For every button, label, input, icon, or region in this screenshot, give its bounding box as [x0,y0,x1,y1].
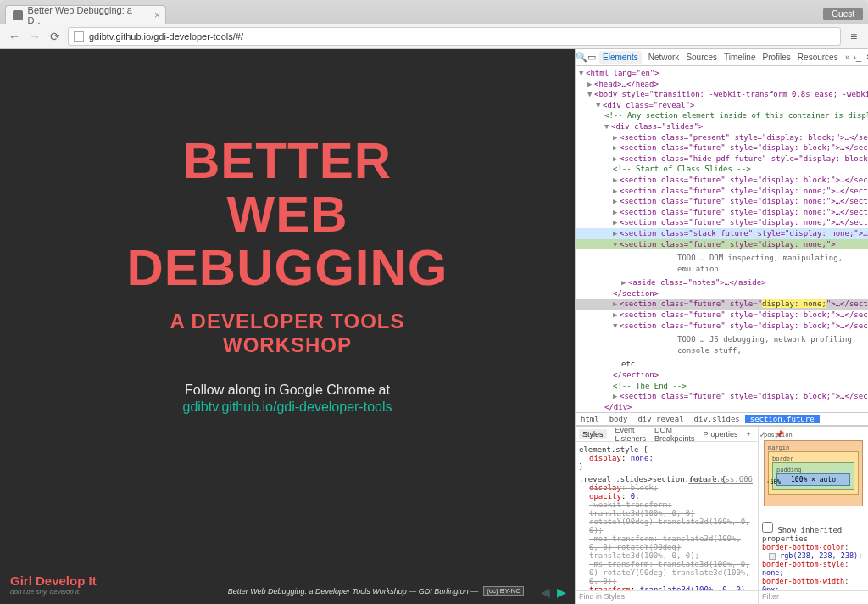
toolbar: ← → ⟳ gdibtv.github.io/gdi-developer-too… [0,24,868,49]
favicon-icon [13,10,23,20]
selected-element[interactable]: ▶<section class="future" style="display:… [576,299,868,310]
show-inherited-checkbox[interactable] [762,522,773,533]
gdi-logo: Girl Develop It don't be shy. develop it… [10,573,97,596]
tab-styles[interactable]: Styles [579,429,607,439]
tab-timeline[interactable]: Timeline [724,51,755,64]
inspect-icon[interactable]: 🔍 [576,52,587,63]
crumb-body[interactable]: body [604,415,633,423]
crumb-section[interactable]: section.future [745,415,820,423]
styles-panel: Styles Event Listeners DOM Breakpoints P… [576,426,868,604]
device-icon[interactable]: ▭ [587,52,596,63]
content-area: BETTER WEB DEBUGGING A DEVELOPER TOOLS W… [0,49,868,604]
url-text: gdibtv.github.io/gdi-developer-tools/#/ [89,31,243,42]
tab-profiles[interactable]: Profiles [762,51,790,64]
box-model[interactable]: position margin border padding 100% × au… [759,427,868,520]
menu-button[interactable]: ≡ [846,29,861,44]
slide-presentation: BETTER WEB DEBUGGING A DEVELOPER TOOLS W… [0,49,575,604]
tab-title: Better Web Debugging: a D… [28,5,147,25]
elements-tree[interactable]: ▼<html lang="en"> ▶<head>…</head> ▼<body… [576,66,868,412]
close-tab-icon[interactable]: × [154,9,160,21]
address-bar[interactable]: gdibtv.github.io/gdi-developer-tools/#/ [68,27,841,46]
styles-rules[interactable]: element.style { display: none; } reveal.… [576,442,758,590]
slide-footer: Better Web Debugging: a Developer Tools … [228,586,524,596]
cc-badge: (cc) BY-NC [483,586,524,596]
crumb-html[interactable]: html [576,415,604,423]
site-icon [74,31,84,42]
guest-badge[interactable]: Guest [823,8,863,20]
forward-button[interactable]: → [27,29,42,44]
devtools-toolbar: 🔍 ▭ Elements Network Sources Timeline Pr… [576,49,868,66]
slide-title: BETTER WEB DEBUGGING [126,134,448,294]
browser-tab[interactable]: Better Web Debugging: a D… × [5,5,166,24]
slide-tagline: Follow along in Google Chrome at [185,383,390,398]
new-style-icon[interactable]: + [747,430,751,439]
element-breadcrumb[interactable]: html body div.reveal div.slides section.… [576,412,868,426]
tab-resources[interactable]: Resources [798,51,838,64]
slide-subtitle: A DEVELOPER TOOLS WORKSHOP [170,310,404,357]
tab-network[interactable]: Network [648,51,680,64]
crumb-reveal[interactable]: div.reveal [632,415,688,423]
computed-inherited[interactable]: Show inherited properties border-bottom-… [759,520,868,590]
slide-nav-arrows: ◀ ▶ [541,585,566,599]
tab-more[interactable]: » [845,51,850,64]
filter-computed[interactable]: Filter [759,590,868,604]
find-in-styles[interactable]: Find in Styles [576,590,758,604]
chrome-window: Better Web Debugging: a D… × Guest ← → ⟳… [0,0,868,604]
console-icon[interactable]: ›_ [853,52,861,63]
devtools-panel: 🔍 ▭ Elements Network Sources Timeline Pr… [575,49,868,604]
tab-dom-breakpoints[interactable]: DOM Breakpoints [654,426,695,443]
tab-sources[interactable]: Sources [686,51,717,64]
devtools-tabs: Elements Network Sources Timeline Profil… [596,51,853,64]
crumb-slides[interactable]: div.slides [689,415,745,423]
logo-brand: Girl Develop It [10,573,97,588]
prev-slide-icon[interactable]: ◀ [541,585,550,599]
tab-properties[interactable]: Properties [704,430,738,439]
tab-event-listeners[interactable]: Event Listeners [615,426,647,443]
styles-tabs: Styles Event Listeners DOM Breakpoints P… [576,427,758,442]
next-slide-icon[interactable]: ▶ [557,585,566,599]
reload-button[interactable]: ⟳ [47,29,63,44]
logo-motto: don't be shy. develop it. [10,588,97,596]
tab-elements[interactable]: Elements [599,51,642,64]
back-button[interactable]: ← [7,29,22,44]
slide-link[interactable]: gdibtv.github.io/gdi-developer-tools [183,400,392,415]
tab-strip: Better Web Debugging: a D… × Guest [0,0,868,24]
